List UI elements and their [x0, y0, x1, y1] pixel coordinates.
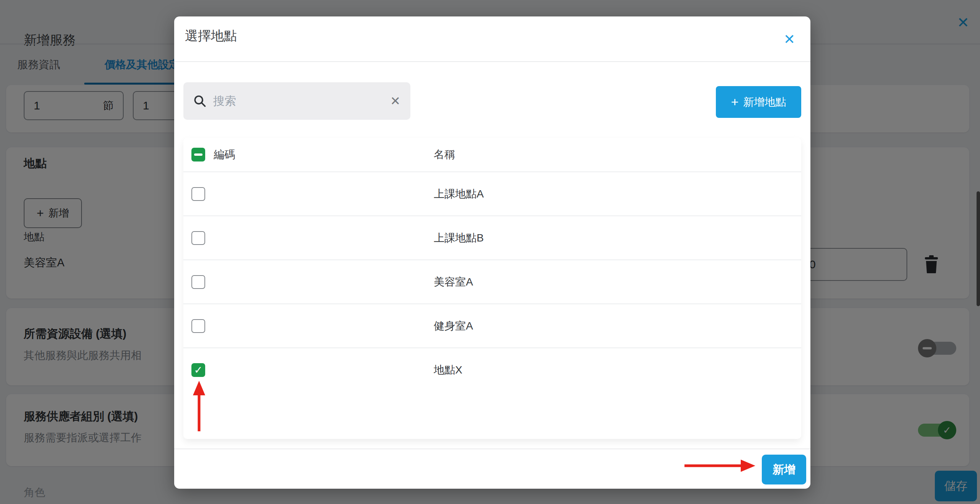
table-row[interactable]: 上課地點B — [183, 216, 801, 260]
modal-close-icon[interactable]: ✕ — [784, 33, 795, 46]
modal-submit-label: 新增 — [773, 462, 795, 478]
plus-icon: + — [731, 95, 739, 109]
row-checkbox[interactable] — [191, 275, 205, 289]
search-clear-icon[interactable]: ✕ — [390, 94, 400, 108]
search-icon — [193, 95, 206, 108]
annotation-arrow-right — [684, 458, 755, 473]
modal-title: 選擇地點 — [185, 27, 237, 45]
add-location-button[interactable]: + 新增地點 — [716, 86, 801, 118]
row-name: 健身室A — [434, 319, 473, 333]
location-table: 編碼 名稱 上課地點A 上課地點B 美容室A 健身室A ✓ 地點X — [183, 138, 801, 439]
screen: 新增服務 ✕ 服務資訊 價格及其他設定 1 節 1 地點 + 新增 地點 美容室… — [0, 0, 980, 504]
row-name: 上課地點B — [434, 231, 484, 245]
row-checkbox[interactable] — [191, 231, 205, 245]
row-name: 上課地點A — [434, 187, 484, 201]
table-row[interactable]: 上課地點A — [183, 172, 801, 216]
table-header-row: 編碼 名稱 — [183, 138, 801, 172]
column-header-name: 名稱 — [434, 147, 455, 162]
row-checkbox-checked[interactable]: ✓ — [191, 363, 205, 377]
row-checkbox[interactable] — [191, 187, 205, 201]
select-location-modal: 選擇地點 ✕ 搜索 ✕ + 新增地點 編碼 名稱 上課地 — [174, 16, 810, 489]
row-name: 地點X — [434, 363, 462, 377]
annotation-arrow-up — [190, 381, 208, 432]
indeterminate-icon — [194, 153, 203, 156]
modal-footer-divider — [174, 449, 810, 449]
column-header-code: 編碼 — [214, 147, 235, 162]
search-input[interactable]: 搜索 ✕ — [183, 82, 410, 120]
modal-header-divider — [174, 61, 810, 62]
select-all-checkbox[interactable] — [191, 148, 205, 161]
add-location-button-label: 新增地點 — [743, 95, 786, 109]
table-row[interactable]: 健身室A — [183, 304, 801, 348]
search-placeholder: 搜索 — [213, 93, 390, 109]
modal-submit-button[interactable]: 新增 — [762, 455, 806, 484]
row-name: 美容室A — [434, 275, 473, 289]
table-row-selected[interactable]: ✓ 地點X — [183, 348, 801, 391]
check-icon: ✓ — [194, 364, 203, 376]
row-checkbox[interactable] — [191, 319, 205, 333]
table-row[interactable]: 美容室A — [183, 260, 801, 304]
